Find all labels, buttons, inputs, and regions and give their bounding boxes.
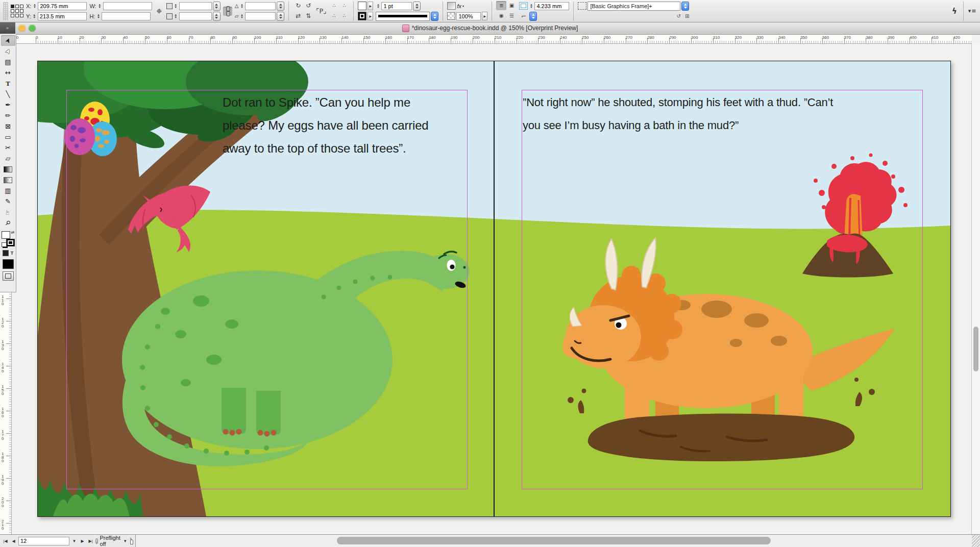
apply-color-swatch[interactable] [3,259,14,269]
left-page-text-frame[interactable]: Dot ran to Spike. ”Can you help meplease… [223,91,429,160]
default-fill-stroke-icon[interactable] [2,242,7,247]
wrap-bounding-box-button[interactable]: ▣ [506,1,517,10]
minimize-button[interactable] [18,24,26,32]
document-flyout-icon[interactable] [130,537,133,544]
y-position-field[interactable] [38,12,87,20]
shear-unit-stepper[interactable] [277,12,284,21]
note-tool[interactable]: ▥ [1,185,15,196]
select-previous-object-button[interactable]: ∴ [329,11,339,20]
height-field[interactable] [102,12,151,20]
gradient-swatch-tool[interactable] [1,164,15,175]
stroke-weight-unit-stepper[interactable] [413,2,421,11]
panel-drag-grip[interactable] [3,2,8,20]
zoom-window-button[interactable] [29,24,36,32]
link-scale-button[interactable] [223,7,232,16]
direct-selection-tool[interactable]: ➤ [1,46,15,57]
next-page-button[interactable]: ▶ [79,539,86,543]
width-field[interactable] [103,2,152,10]
stroke-flyout-arrow[interactable]: ▶ [368,12,373,20]
fill-swatch[interactable] [358,2,366,10]
frame-tool[interactable]: ⊠ [1,121,15,132]
no-text-wrap-button[interactable]: ≣ [496,1,506,10]
flip-vertical-button[interactable]: ⇅ [303,11,313,20]
tools-fill-swatch[interactable] [2,231,10,239]
right-page-text-frame[interactable]: ”Not right now” he shouted, stomping his… [523,91,833,137]
rectangle-tool[interactable]: ▭ [1,132,15,142]
type-tool[interactable]: T [1,78,15,89]
wrap-object-shape-button[interactable]: ◉ [496,11,506,20]
zoom-tool[interactable]: ⚲ [1,217,15,228]
fill-flyout-arrow[interactable]: ▶ [368,2,373,10]
formatting-affects-text-button[interactable]: T [11,251,14,256]
rotation-stepper[interactable]: ▲▼ [239,4,244,9]
reference-point-proxy[interactable] [11,5,23,17]
y-stepper[interactable]: ▲▼ [32,14,37,19]
scale-x-field[interactable] [179,2,212,10]
scissors-tool[interactable]: ✂ [1,142,15,153]
transform-p-icon[interactable]: ⌜P⌟ [316,7,326,16]
w-stepper[interactable]: ▲▼ [97,4,102,9]
rotate-ccw-button[interactable]: ↺ [303,1,313,10]
scale-y-field[interactable] [179,12,212,20]
corner-radius-stepper[interactable]: ▲▼ [529,4,533,9]
stroke-type-dropdown[interactable] [431,12,438,21]
h-stepper[interactable]: ▲▼ [96,14,101,19]
rotate-cw-button[interactable]: ↻ [293,1,303,10]
selection-tool[interactable]: ➤ [1,35,15,46]
free-transform-tool[interactable]: ▱ [1,153,15,164]
vertical-scroll-thumb[interactable] [973,327,978,371]
page-spread[interactable]: Dot ran to Spike. ”Can you help meplease… [37,61,951,517]
gradient-apply-icon[interactable] [447,2,456,10]
scale-x-stepper[interactable]: ▲▼ [174,4,178,9]
horizontal-scroll-thumb[interactable] [337,537,771,544]
horizontal-scrollbar[interactable] [136,535,972,547]
corner-shape-dropdown[interactable] [529,12,537,21]
quick-apply-button[interactable]: ϟ [950,7,959,16]
first-page-button[interactable]: |◀ [2,539,9,543]
stroke-weight-field[interactable] [381,2,412,10]
stroke-weight-stepper[interactable]: ▲▼ [376,4,380,9]
select-next-object-button[interactable]: ∴ [339,11,349,20]
clear-overrides-icon[interactable]: ↺ [677,13,681,19]
page-list-dropdown[interactable]: ▼ [71,539,78,543]
scale-x-unit-stepper[interactable] [213,2,220,11]
object-style-select[interactable]: [Basic Graphics Frame]+ [587,2,680,11]
previous-page-button[interactable]: ◀ [10,539,17,543]
jump-object-button[interactable]: ☰ [506,11,517,20]
screen-mode-button[interactable] [3,271,14,281]
formatting-affects-container-button[interactable] [3,250,9,256]
preflight-menu-arrow[interactable]: ▼ [122,539,129,543]
select-content-button[interactable]: ∴ [339,1,349,10]
window-resize-grip[interactable] [972,535,980,547]
vertical-scrollbar[interactable] [971,44,980,534]
rotation-angle-field[interactable] [245,2,276,10]
shear-stepper[interactable]: ▲▼ [239,14,244,19]
tools-stroke-swatch[interactable] [6,239,15,246]
page-tool[interactable]: ▤ [1,57,15,67]
object-style-dropdown[interactable] [681,2,689,11]
swap-fill-stroke-icon[interactable]: ⇄ [11,230,15,235]
shear-angle-field[interactable] [245,12,276,20]
tools-panel-collapse-tab[interactable]: » [0,22,15,34]
last-page-button[interactable]: ▶| [87,539,94,543]
eyedropper-tool[interactable]: ✎ [1,196,15,207]
pasteboard[interactable]: Dot ran to Spike. ”Can you help meplease… [12,44,972,534]
horizontal-ruler[interactable]: 1001020304050607080901001101201301401501… [0,35,972,44]
constrain-wh-icon[interactable]: ❉ [155,7,164,16]
stroke-type-swatch[interactable] [376,12,430,21]
select-container-button[interactable]: ∴ [329,1,339,10]
opacity-flyout-arrow[interactable]: ▶ [482,12,487,20]
gradient-feather-tool[interactable] [1,175,15,185]
hand-tool[interactable]: ☞ [1,207,15,217]
pencil-tool[interactable]: ✏ [1,110,15,121]
line-tool[interactable]: ╲ [1,89,15,100]
control-panel-menu-button[interactable]: ▾≡ [968,7,977,16]
corner-radius-field[interactable] [534,2,569,10]
opacity-field[interactable] [456,12,481,20]
scale-y-stepper[interactable]: ▲▼ [174,14,178,19]
break-link-style-icon[interactable]: ⊞ [685,13,689,19]
pen-tool[interactable]: ✒ [1,100,15,110]
scale-y-unit-stepper[interactable] [213,12,220,21]
stroke-swatch[interactable] [358,12,366,20]
flip-horizontal-button[interactable]: ⇄ [293,11,303,20]
